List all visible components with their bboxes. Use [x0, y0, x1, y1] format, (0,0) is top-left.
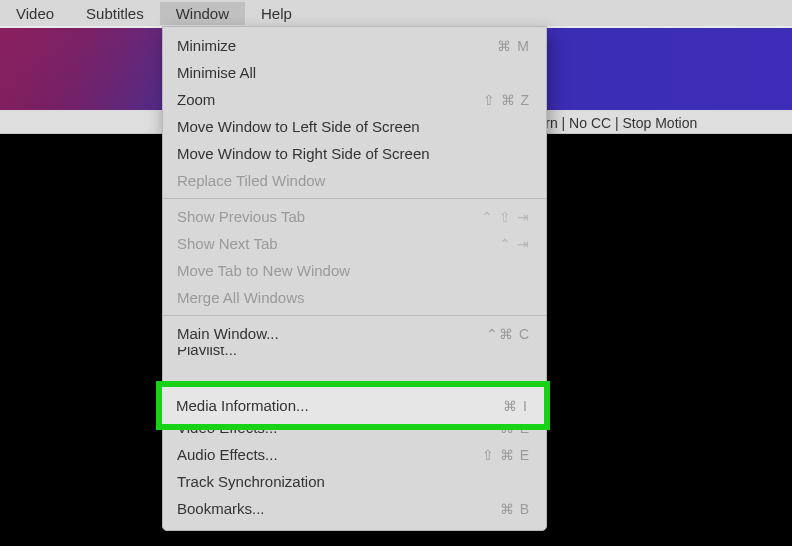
- menu-item-track-sync[interactable]: Track Synchronization: [163, 468, 546, 495]
- menu-item-label: Move Window to Right Side of Screen: [177, 145, 430, 162]
- menu-item-label: Move Window to Left Side of Screen: [177, 118, 420, 135]
- menu-item-shortcut: ⌘ B: [500, 501, 530, 517]
- menu-item-shortcut: ⌃ ⇥: [499, 236, 530, 252]
- menu-item-label: Main Window...: [177, 325, 279, 342]
- menu-item-shortcut: ⇧ ⌘ Z: [483, 92, 530, 108]
- menu-item-label: Minimise All: [177, 64, 256, 81]
- menu-item-move-right[interactable]: Move Window to Right Side of Screen: [163, 140, 546, 167]
- menu-item-show-prev-tab: Show Previous Tab ⌃ ⇧ ⇥: [163, 203, 546, 230]
- menu-window[interactable]: Window: [160, 2, 245, 25]
- menu-separator: [163, 198, 546, 199]
- menu-item-merge-windows: Merge All Windows: [163, 284, 546, 311]
- menu-item-bookmarks[interactable]: Bookmarks... ⌘ B: [163, 495, 546, 522]
- menu-item-label: Replace Tiled Window: [177, 172, 325, 189]
- menu-item-minimise-all[interactable]: Minimise All: [163, 59, 546, 86]
- menu-item-label: Bookmarks...: [177, 500, 265, 517]
- menu-item-replace-tiled: Replace Tiled Window: [163, 167, 546, 194]
- menu-item-label: Merge All Windows: [177, 289, 305, 306]
- menu-item-shortcut: ⌘ M: [497, 38, 530, 54]
- menu-item-label: Move Tab to New Window: [177, 262, 350, 279]
- menu-item-main-window[interactable]: Main Window... ⌃⌘ C: [163, 320, 546, 347]
- menu-video[interactable]: Video: [0, 2, 70, 25]
- menu-subtitles[interactable]: Subtitles: [70, 2, 160, 25]
- menu-item-shortcut: ⌘ E: [500, 420, 530, 436]
- menu-help[interactable]: Help: [245, 2, 308, 25]
- menu-item-label: Playlist...: [177, 347, 237, 355]
- menu-item-shortcut: ⌃ ⇧ ⇥: [481, 209, 530, 225]
- window-dropdown-menu: Minimize ⌘ M Minimise All Zoom ⇧ ⌘ Z Mov…: [162, 26, 547, 531]
- menu-item-label: Track Synchronization: [177, 473, 325, 490]
- menu-item-media-information-placeholder[interactable]: [163, 355, 546, 405]
- menu-item-audio-effects[interactable]: Audio Effects... ⇧ ⌘ E: [163, 441, 546, 468]
- menu-item-move-left[interactable]: Move Window to Left Side of Screen: [163, 113, 546, 140]
- menu-separator: [163, 409, 546, 410]
- menu-item-video-effects[interactable]: Video Effects... ⌘ E: [163, 414, 546, 441]
- menu-separator: [163, 315, 546, 316]
- menu-item-label: Minimize: [177, 37, 236, 54]
- menu-item-shortcut: ⌃⌘ C: [486, 326, 530, 342]
- menu-item-show-next-tab: Show Next Tab ⌃ ⇥: [163, 230, 546, 257]
- menu-item-playlist[interactable]: Playlist...: [163, 347, 546, 355]
- menu-item-zoom[interactable]: Zoom ⇧ ⌘ Z: [163, 86, 546, 113]
- menu-item-label: Show Previous Tab: [177, 208, 305, 225]
- menu-item-label: Video Effects...: [177, 419, 277, 436]
- menu-item-shortcut: ⇧ ⌘ E: [482, 447, 530, 463]
- menu-item-move-tab: Move Tab to New Window: [163, 257, 546, 284]
- menu-item-label: Zoom: [177, 91, 215, 108]
- menu-item-label: Audio Effects...: [177, 446, 278, 463]
- menubar: Video Subtitles Window Help: [0, 0, 792, 26]
- menu-item-label: Show Next Tab: [177, 235, 278, 252]
- menu-item-minimize[interactable]: Minimize ⌘ M: [163, 32, 546, 59]
